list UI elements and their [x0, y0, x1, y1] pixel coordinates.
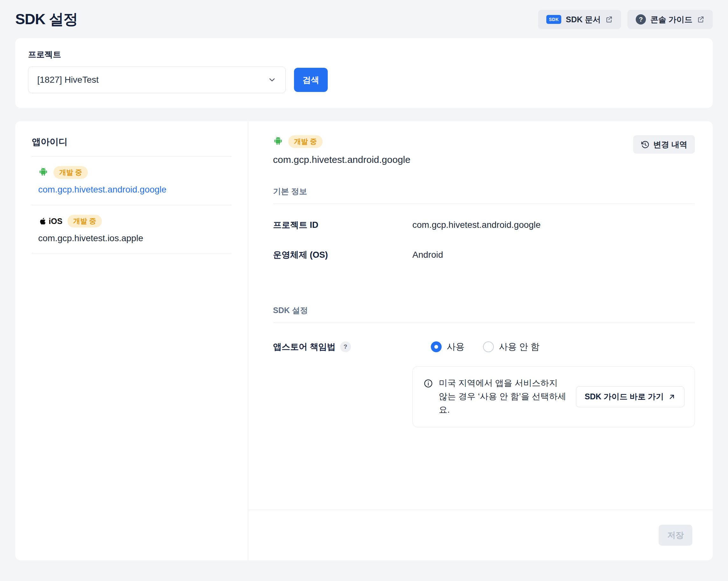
change-history-label: 변경 내역 [653, 139, 687, 150]
ios-label: iOS [49, 217, 62, 226]
radio-use-label: 사용 [447, 341, 465, 353]
os-value: Android [412, 250, 443, 260]
app-id-link[interactable]: com.gcp.hivetest.ios.apple [38, 233, 231, 243]
project-select-value: [1827] HiveTest [37, 75, 99, 85]
chevron-down-icon [267, 75, 277, 84]
page-header: SDK 설정 SDK SDK 문서 ? 콘솔 가이드 [0, 0, 728, 38]
info-icon [423, 379, 433, 388]
os-label: 운영체제 (OS) [273, 249, 412, 261]
os-row: 운영체제 (OS) Android [273, 249, 695, 261]
app-store-law-notice: 미국 지역에서 앱을 서비스하지 않는 경우 ‘사용 안 함’을 선택하세요. … [412, 366, 695, 427]
sdk-guide-button[interactable]: SDK 가이드 바로 가기 [576, 386, 684, 407]
app-list-item-ios[interactable]: iOS 개발 중 com.gcp.hivetest.ios.apple [32, 205, 231, 254]
console-guide-button[interactable]: ? 콘솔 가이드 [627, 10, 713, 29]
android-icon [273, 136, 283, 147]
search-button[interactable]: 검색 [294, 68, 328, 92]
detail-footer: 저장 [248, 510, 713, 560]
sdk-guide-label: SDK 가이드 바로 가기 [584, 391, 664, 402]
project-id-label: 프로젝트 ID [273, 219, 412, 231]
sdk-doc-icon: SDK [546, 15, 561, 24]
radio-use[interactable] [431, 341, 442, 352]
change-history-button[interactable]: 변경 내역 [633, 135, 695, 154]
radio-not-use-label: 사용 안 함 [499, 341, 540, 353]
sdk-docs-label: SDK 문서 [566, 14, 601, 25]
sdk-main-card: 앱아이디 개발 중 com.gcp.hivetest.android.googl… [15, 121, 713, 560]
history-icon [641, 140, 649, 149]
save-button[interactable]: 저장 [659, 525, 692, 546]
external-link-icon [697, 16, 704, 23]
status-badge: 개발 중 [68, 215, 102, 228]
project-select[interactable]: [1827] HiveTest [28, 67, 286, 93]
help-tooltip-icon[interactable]: ? [340, 341, 351, 352]
external-link-icon [605, 16, 613, 23]
sdk-settings-section-title: SDK 설정 [273, 305, 695, 323]
project-label: 프로젝트 [28, 49, 700, 60]
app-detail-panel: 개발 중 com.gcp.hivetest.android.google 변경 … [248, 121, 713, 560]
detail-app-id: com.gcp.hivetest.android.google [273, 154, 411, 165]
radio-option-not-use[interactable]: 사용 안 함 [483, 341, 540, 353]
app-id-panel: 앱아이디 개발 중 com.gcp.hivetest.android.googl… [15, 121, 248, 560]
sdk-docs-button[interactable]: SDK SDK 문서 [538, 10, 621, 29]
radio-option-use[interactable]: 사용 [431, 341, 465, 353]
radio-not-use[interactable] [483, 341, 494, 352]
ios-platform-mark: iOS [38, 217, 62, 226]
basic-info-section-title: 기본 정보 [273, 186, 695, 204]
project-card: 프로젝트 [1827] HiveTest 검색 [15, 38, 713, 108]
status-badge: 개발 중 [288, 135, 323, 148]
status-badge: 개발 중 [53, 166, 88, 179]
apple-icon [38, 217, 47, 225]
android-icon [38, 167, 48, 178]
arrow-up-right-icon [668, 393, 676, 401]
app-store-law-row: 앱스토어 책임법 ? 사용 사용 안 함 [273, 341, 695, 353]
question-icon: ? [636, 14, 646, 25]
notice-text: 미국 지역에서 앱을 서비스하지 않는 경우 ‘사용 안 함’을 선택하세요. [439, 377, 568, 417]
detail-header: 개발 중 com.gcp.hivetest.android.google [273, 135, 411, 165]
project-id-row: 프로젝트 ID com.gcp.hivetest.android.google [273, 219, 695, 231]
app-id-panel-title: 앱아이디 [32, 136, 231, 157]
page-title: SDK 설정 [15, 9, 78, 29]
app-store-law-label: 앱스토어 책임법 [273, 341, 336, 352]
console-guide-label: 콘솔 가이드 [650, 14, 692, 25]
project-id-value: com.gcp.hivetest.android.google [412, 220, 541, 230]
app-id-link[interactable]: com.gcp.hivetest.android.google [38, 185, 231, 195]
app-list-item-android[interactable]: 개발 중 com.gcp.hivetest.android.google [32, 157, 231, 205]
app-store-law-label-wrap: 앱스토어 책임법 ? [273, 341, 412, 352]
header-actions: SDK SDK 문서 ? 콘솔 가이드 [538, 10, 713, 29]
